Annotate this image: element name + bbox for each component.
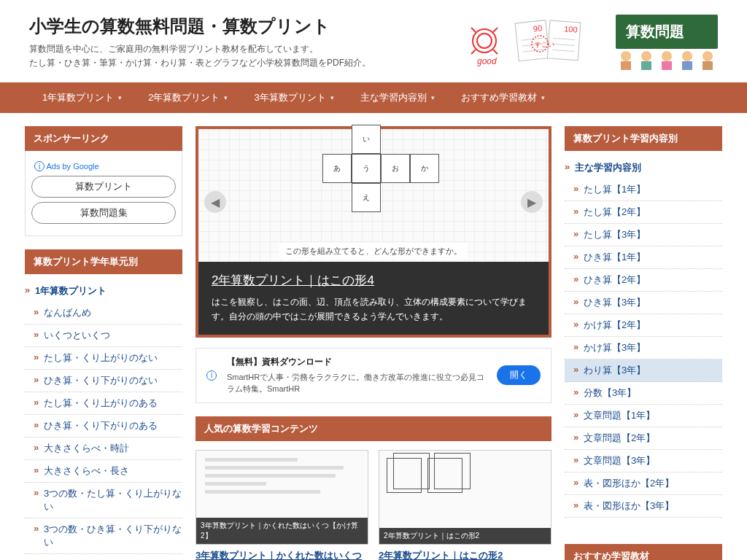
site-title[interactable]: 小学生の算数無料問題・算数プリント — [29, 15, 371, 38]
category-link[interactable]: ひき算【2年】 — [565, 269, 722, 292]
popular-thumb-caption: 2年算数プリント｜はこの形2 — [379, 528, 551, 544]
main-nav: 1年算数プリント▾2年算数プリント▾3年算数プリント▾主な学習内容別▾おすすめ学… — [0, 82, 747, 113]
category-link[interactable]: かけ算【2年】 — [565, 314, 722, 337]
ad-pill-0[interactable]: 算数プリント — [31, 176, 176, 198]
nav-item-1[interactable]: 2年算数プリント▾ — [135, 82, 241, 113]
svg-point-19 — [662, 51, 672, 61]
header-left: 小学生の算数無料問題・算数プリント 算数問題を中心に、ご家庭用の無料学習プリント… — [29, 15, 371, 70]
svg-point-0 — [473, 29, 496, 52]
sponsor-heading: スポンサーリンク — [25, 126, 182, 151]
popular-thumb[interactable]: 2年算数プリント｜はこの形2 — [379, 450, 551, 545]
popular-title-link[interactable]: 2年算数プリント｜はこの形2 — [379, 549, 551, 560]
net-cell: お — [381, 154, 410, 183]
nav-label: 3年算数プリント — [254, 91, 325, 104]
ads-by-google-label[interactable]: i Ads by Google — [31, 158, 176, 176]
site-header: 小学生の算数無料問題・算数プリント 算数問題を中心に、ご家庭用の無料学習プリント… — [0, 0, 747, 82]
inline-ad-title: 【無料】資料ダウンロード — [227, 356, 487, 368]
unit-link[interactable]: いくつといくつ — [25, 324, 182, 347]
chevron-down-icon: ▾ — [330, 94, 334, 101]
unit-link[interactable]: たし算・くり上がりのない — [25, 347, 182, 370]
svg-point-23 — [703, 51, 713, 61]
svg-text:90: 90 — [533, 23, 542, 33]
slider-desc: はこを観察し、はこの面、辺、頂点を読み取り、立体の構成要素について学びます。自分… — [212, 295, 535, 324]
nav-label: おすすめ学習教材 — [461, 91, 537, 104]
svg-point-17 — [641, 51, 651, 61]
slider-image[interactable]: い あ う お か え この形を組み立てると、どんな形ができますか。 — [198, 129, 549, 262]
popular-card: 2年算数プリント｜はこの形22年算数プリント｜はこの形2はこを観察し、はこの面、… — [379, 450, 551, 560]
header-doodle: good 90 100 すごい — [464, 19, 610, 70]
category-link[interactable]: 分数【3年】 — [565, 382, 722, 405]
svg-rect-24 — [703, 61, 713, 70]
category-link[interactable]: かけ算【3年】 — [565, 337, 722, 359]
slider-title-link[interactable]: 2年算数プリント｜はこの形4 — [212, 272, 374, 289]
inline-ad-body: SmartHRで人事・労務をラクラクに。働き方改革の推進に役立つ必見コラム特集。… — [227, 371, 487, 395]
sidebar-left: スポンサーリンク i Ads by Google 算数プリント算数問題集 算数プ… — [25, 126, 182, 560]
sidebar-right: 算数プリント学習内容別 主な学習内容別 たし算【1年】たし算【2年】たし算【3年… — [565, 126, 722, 560]
category-link[interactable]: 文章問題【1年】 — [565, 405, 722, 427]
popular-title-link[interactable]: 3年算数プリント｜かくれた数はいくつ【かけ算2】 — [196, 549, 368, 560]
popular-thumb-caption: 3年算数プリント｜かくれた数はいくつ【かけ算2】 — [196, 518, 368, 544]
header-illustration: 算数問題 — [616, 15, 718, 74]
unit-link[interactable]: 大きさくらべ・長さ — [25, 460, 182, 483]
net-cell: い — [352, 125, 381, 154]
svg-rect-16 — [621, 61, 631, 70]
net-cell: え — [352, 183, 381, 212]
subject-badge: 算数問題 — [616, 15, 718, 49]
slider-caption: 2年算数プリント｜はこの形4 はこを観察し、はこの面、辺、頂点を読み取り、立体の… — [198, 262, 549, 335]
category-link[interactable]: ひき算【3年】 — [565, 292, 722, 314]
unit-link[interactable]: なんばんめ — [25, 302, 182, 324]
nav-label: 主な学習内容別 — [360, 91, 427, 104]
unit-link[interactable]: ひき算・くり下がりのない — [25, 370, 182, 392]
cube-net: い あ う お か え — [293, 132, 454, 205]
site-desc-1: 算数問題を中心に、ご家庭用の無料学習プリント教材を配布しています。 — [29, 42, 371, 56]
nav-item-4[interactable]: おすすめ学習教材▾ — [448, 82, 558, 113]
chevron-down-icon: ▾ — [541, 94, 545, 101]
svg-rect-22 — [682, 61, 692, 70]
nav-label: 1年算数プリント — [42, 91, 114, 104]
category-link[interactable]: たし算【2年】 — [565, 201, 722, 224]
units-panel: 1年算数プリント なんばんめいくつといくつたし算・くり上がりのないひき算・くり下… — [25, 274, 182, 560]
category-link[interactable]: たし算【1年】 — [565, 179, 722, 201]
slider-next-button[interactable]: ▶ — [521, 191, 543, 213]
net-cell: あ — [322, 154, 352, 183]
slider-question: この形を組み立てると、どんな形ができますか。 — [279, 243, 468, 260]
nav-item-2[interactable]: 3年算数プリント▾ — [241, 82, 347, 113]
unit-link[interactable]: 3つの数・たし算・くり上がりない — [25, 483, 182, 518]
category-link[interactable]: わり算【3年】 — [565, 359, 722, 382]
thumb-placeholder — [196, 451, 368, 505]
category-top-link[interactable]: 主な学習内容別 — [565, 157, 722, 179]
recommend-heading: おすすめ学習教材 — [565, 544, 722, 560]
chevron-down-icon: ▾ — [431, 94, 435, 101]
category-link[interactable]: 表・図形ほか【2年】 — [565, 472, 722, 495]
svg-text:すごい: すごい — [535, 41, 554, 48]
inline-ad-text: 【無料】資料ダウンロード SmartHRで人事・労務をラクラクに。働き方改革の推… — [227, 356, 487, 395]
category-link[interactable]: 表・図形ほか【3年】 — [565, 495, 722, 518]
unit-link[interactable]: 大きさくらべ・時計 — [25, 438, 182, 460]
category-link[interactable]: 文章問題【2年】 — [565, 427, 722, 450]
unit-link[interactable]: 3つの数・ひき算・くり下がりない — [25, 518, 182, 554]
svg-point-21 — [682, 51, 692, 61]
category-link[interactable]: ひき算【1年】 — [565, 246, 722, 269]
category-heading: 算数プリント学習内容別 — [565, 126, 722, 151]
inline-ad[interactable]: i 【無料】資料ダウンロード SmartHRで人事・労務をラクラクに。働き方改革… — [196, 348, 551, 403]
nav-item-3[interactable]: 主な学習内容別▾ — [347, 82, 448, 113]
header-right: good 90 100 すごい 算数問題 — [464, 15, 718, 74]
ad-info-icon: i — [206, 370, 217, 381]
chevron-down-icon: ▾ — [224, 94, 228, 101]
svg-text:100: 100 — [564, 24, 578, 34]
nav-item-0[interactable]: 1年算数プリント▾ — [29, 82, 135, 113]
inline-ad-open-button[interactable]: 開く — [497, 365, 541, 385]
unit-link[interactable]: たし算・くり上がりのある — [25, 392, 182, 415]
net-cell: か — [410, 154, 439, 183]
popular-thumb[interactable]: 3年算数プリント｜かくれた数はいくつ【かけ算2】 — [196, 450, 368, 545]
unit-link[interactable]: ひき算・くり下がりのある — [25, 415, 182, 438]
ad-pill-1[interactable]: 算数問題集 — [31, 202, 176, 224]
units-top-link[interactable]: 1年算数プリント — [25, 280, 182, 302]
category-link[interactable]: たし算【3年】 — [565, 224, 722, 246]
slider-prev-button[interactable]: ◀ — [204, 191, 226, 213]
unit-link[interactable]: 3つの数・たし算・くり上がりある — [25, 554, 182, 560]
category-link[interactable]: 文章問題【3年】 — [565, 450, 722, 472]
category-panel: 主な学習内容別 たし算【1年】たし算【2年】たし算【3年】ひき算【1年】ひき算【… — [565, 151, 722, 531]
svg-rect-18 — [641, 61, 651, 70]
site-desc-2: たし算・ひき算・筆算・かけ算・わり算・表とグラフなど小学校算数問題をPDF紹介。 — [29, 56, 371, 70]
